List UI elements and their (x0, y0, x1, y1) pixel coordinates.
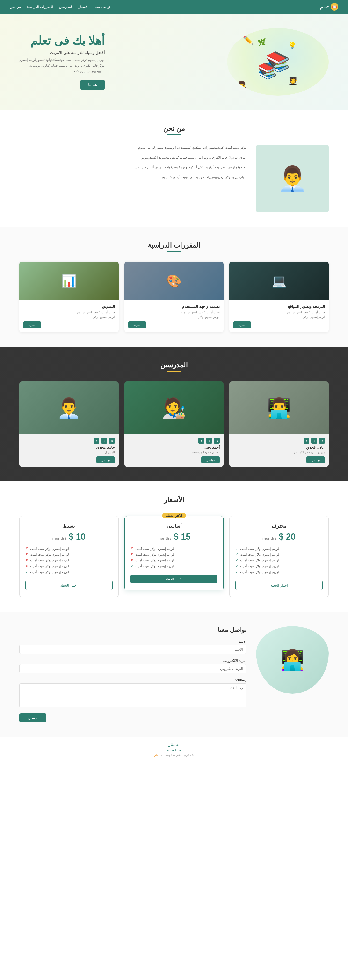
feature-text: لوريم إيسوم دولار سيت أميت (135, 558, 174, 562)
about-paragraph: أتولي إيري دولار إن رينبينتريرات موليومث… (19, 174, 246, 180)
instructor-body: f t in حامد محدى المسوق تواصل (19, 434, 119, 467)
instructor-role: مصمم واجهة المستخدم (128, 451, 220, 454)
hero-leaf-icon: 🌿 (258, 38, 266, 46)
hero-books-icon: 📚 (258, 62, 277, 80)
instructor-contact-button[interactable]: تواصل (306, 457, 325, 463)
x-icon: ✗ (26, 564, 28, 568)
about-image: 👨‍💼 (256, 145, 329, 212)
message-textarea[interactable] (19, 683, 246, 708)
checkmark-icon: ✓ (235, 570, 238, 574)
pricing-plan-name: محترف (235, 523, 322, 529)
x-icon: ✗ (26, 558, 28, 562)
pricing-plan-button[interactable]: اختيار الخطة (26, 581, 113, 590)
course-card: البرمجة وتطوير المواقع سيت أميت، كونسيكت… (229, 262, 329, 332)
instructor-photo (125, 381, 224, 434)
pricing-feature: لوريم إيسوم دولار سيت أميت ✗ (26, 558, 113, 562)
pricing-feature: لوريم إيسوم دولار سيت أميت ✓ (131, 564, 218, 568)
nav-link[interactable]: المدرسين (59, 5, 73, 9)
message-field-group: رسالتك: (19, 678, 246, 708)
pricing-card: محترف 20 $ / month لوريم إيسوم دولار سيت… (229, 516, 329, 597)
feature-text: لوريم إيسوم دولار سيت أميت (240, 570, 279, 574)
instructor-social: f t in (233, 438, 325, 444)
checkmark-icon: ✓ (235, 547, 238, 550)
pricing-feature: لوريم إيسوم دولار سيت أميت ✓ (235, 564, 322, 568)
instructors-grid: f t in عادل فحدي مدرس البرمجة والكمبيوتر… (19, 381, 329, 467)
course-body: البرمجة وتطوير المواقع سيت أميت، كونسيكت… (229, 300, 329, 332)
pricing-card: الأكثر الخطة أساسى 15 $ / month لوريم إي… (125, 516, 224, 590)
instructor-social: f t in (23, 438, 115, 444)
logo-text: تعلم (320, 4, 329, 10)
contact-illus-icon: 👩‍💻 (280, 649, 305, 671)
nav-link[interactable]: المقررات الدراسية (27, 5, 53, 9)
name-label: الاسم: (19, 640, 246, 643)
nav-link[interactable]: الأسعار (78, 5, 89, 9)
instructor-contact-button[interactable]: تواصل (96, 457, 115, 463)
facebook-icon[interactable]: f (94, 438, 99, 444)
instructors-content: المدرسين f t in عادل فحدي مدرس البرمجة و… (0, 361, 348, 467)
course-more-button[interactable]: المزيد (233, 321, 251, 328)
instructor-card: f t in حامد محدى المسوق تواصل (19, 381, 119, 467)
nav-link[interactable]: من نحن (10, 5, 21, 9)
checkmark-icon: ✓ (235, 564, 238, 568)
pricing-card: بسيط 10 $ / month لوريم إيسوم دولار سيت … (19, 516, 119, 597)
email-input[interactable] (19, 664, 246, 673)
pricing-features: لوريم إيسوم دولار سيت أميت ✗ لوريم إيسوم… (26, 547, 113, 574)
hero-desc-1: لوريم إيسوم دولار سيت أميت، كونسيكتيتولو… (19, 58, 105, 62)
x-icon: ✗ (131, 547, 133, 550)
linkedin-icon[interactable]: in (214, 438, 220, 444)
nav-link[interactable]: تواصل معنا (94, 5, 110, 9)
pricing-plan-name: بسيط (26, 523, 113, 529)
feature-text: لوريم إيسوم دولار سيت أميت (240, 547, 279, 550)
footer-brand-link[interactable]: تعلم (154, 753, 159, 757)
hero-cta-button[interactable]: هيا بنا (80, 80, 105, 90)
pricing-period: / month (157, 536, 171, 541)
facebook-icon[interactable]: f (198, 438, 204, 444)
hero-illus-bg: ✏️ 💡 📚 🧑‍🎓 👧 🌿 (227, 28, 329, 95)
course-more-button[interactable]: المزيد (128, 321, 146, 328)
name-input[interactable] (19, 645, 246, 654)
pricing-price: 20 $ / month (235, 532, 322, 542)
linkedin-icon[interactable]: in (319, 438, 325, 444)
about-title: من نحن (19, 124, 329, 135)
about-illus-icon: 👨‍💼 (279, 166, 306, 191)
featured-badge: الأكثر الخطة (162, 513, 186, 519)
instructor-role: مدرس البرمجة والكمبيوتر (233, 451, 325, 454)
email-field-group: البريد الالكتروني: (19, 659, 246, 673)
logo-icon: 📖 (330, 3, 338, 11)
checkmark-icon: ✓ (235, 558, 238, 562)
submit-row: إرسال (19, 713, 246, 722)
instructors-section: المدرسين f t in عادل فحدي مدرس البرمجة و… (0, 347, 348, 481)
linkedin-icon[interactable]: in (109, 438, 115, 444)
navbar: 📖 تعلم تواصل معناالأسعارالمدرسينالمقررات… (0, 0, 348, 14)
pricing-plan-button[interactable]: اختيار الخطة (235, 581, 322, 590)
hero-title-part1: أهلا بك فى (51, 34, 105, 47)
pricing-feature: لوريم إيسوم دولار سيت أميت ✗ (26, 552, 113, 556)
instructor-contact-button[interactable]: تواصل (201, 457, 220, 463)
facebook-icon[interactable]: f (303, 438, 309, 444)
about-inner: 👨‍💼 دولار سيت أميت، كونسيكتيتور أديا يسك… (19, 145, 329, 212)
contact-title: تواصل معنا (19, 626, 246, 634)
hero-child-icon: 👧 (237, 80, 246, 89)
pricing-plan-name: أساسى (131, 523, 218, 529)
twitter-icon[interactable]: t (311, 438, 317, 444)
email-label: البريد الالكتروني: (19, 659, 246, 663)
feature-text: لوريم إيسوم دولار سيت أميت (30, 553, 69, 556)
instructor-name: أحمد يحيى (128, 445, 220, 450)
twitter-icon[interactable]: t (206, 438, 212, 444)
pricing-plan-button[interactable]: اختيار الخطة (131, 575, 218, 584)
hero-subtitle: أفضل وسيلة للدراسة على الانترنت (19, 51, 105, 55)
instructor-role: المسوق (23, 451, 115, 454)
instructor-name: عادل فحدي (233, 445, 325, 450)
logo[interactable]: 📖 تعلم (320, 3, 338, 11)
x-icon: ✗ (131, 558, 133, 562)
course-more-button[interactable]: المزيد (23, 321, 41, 328)
twitter-icon[interactable]: t (101, 438, 107, 444)
course-card: التسويق سيت أميت، كونسيكتيتولود تيمبولور… (19, 262, 119, 332)
footer-copyright: © حقوق النشر محفوظة لدى تعلم (19, 753, 329, 757)
pricing-grid: محترف 20 $ / month لوريم إيسوم دولار سيت… (19, 516, 329, 597)
about-text: دولار سيت أميت، كونسيكتيتور أديا يسكينغ … (19, 145, 246, 184)
pricing-title: الأسعار (19, 496, 329, 506)
about-paragraph: بلالموكو ايسر أنسي بت أنيكيود أكش أنا كو… (19, 164, 246, 170)
pricing-feature: لوريم إيسوم دولار سيت أميت ✓ (235, 570, 322, 574)
submit-button[interactable]: إرسال (19, 713, 46, 722)
